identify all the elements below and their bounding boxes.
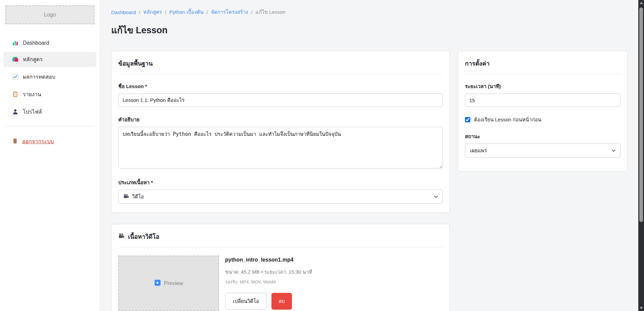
logout-label: ออกจากระบบ bbox=[22, 137, 54, 146]
window-scrollbar[interactable] bbox=[638, 0, 644, 311]
breadcrumb-separator: / bbox=[165, 9, 166, 15]
basic-info-card: ข้อมูลพื้นฐาน ชื่อ Lesson * คำอธิบาย บทเ… bbox=[111, 51, 450, 213]
breadcrumb-link-dashboard[interactable]: Dashboard bbox=[111, 9, 136, 15]
breadcrumb-link-course[interactable]: Python เบื้องต้น bbox=[169, 8, 204, 16]
sidebar-item-label: Dashboard bbox=[23, 40, 49, 46]
delete-video-button[interactable]: ลบ bbox=[271, 293, 292, 310]
video-camera-icon bbox=[118, 233, 125, 241]
sidebar-item-test-results[interactable]: ผลการทดสอบ bbox=[3, 69, 96, 84]
sidebar-item-label: ผลการทดสอบ bbox=[23, 73, 55, 81]
play-button-icon bbox=[154, 279, 161, 287]
chevron-down-icon bbox=[433, 194, 438, 199]
settings-card: การตั้งค่า ระยะเวลา (นาที) ต้องเรียน Les… bbox=[458, 51, 628, 171]
main-content: Dashboard / หลักสูตร / Python เบื้องต้น … bbox=[100, 0, 644, 311]
status-value: เผยแพร่ bbox=[470, 147, 487, 155]
logout-link[interactable]: ออกจากระบบ bbox=[3, 135, 96, 148]
video-card-title: เนื้อหาวิดีโอ bbox=[128, 232, 160, 241]
content-type-select[interactable]: วิดีโอ bbox=[118, 190, 443, 204]
prerequisite-checkbox[interactable] bbox=[465, 117, 470, 122]
video-content-card: เนื้อหาวิดีโอ Preview python_intro_lesso… bbox=[111, 224, 450, 311]
door-icon bbox=[12, 138, 18, 145]
prerequisite-label: ต้องเรียน Lesson ก่อนหน้าก่อน bbox=[474, 116, 541, 124]
video-supported-formats: รองรับ: MP4, MOV, WebM bbox=[225, 278, 312, 285]
breadcrumb-current: แก้ไข Lesson bbox=[256, 8, 286, 16]
breadcrumb-separator: / bbox=[139, 9, 140, 15]
clipboard-icon bbox=[12, 91, 18, 98]
breadcrumb-link-structure[interactable]: จัดการโครงสร้าง bbox=[211, 8, 248, 16]
breadcrumb-separator: / bbox=[207, 9, 208, 15]
bar-chart-icon bbox=[12, 40, 18, 46]
lesson-name-label: ชื่อ Lesson * bbox=[118, 82, 443, 90]
card-divider bbox=[118, 74, 443, 74]
scrollbar-up-arrow-icon[interactable] bbox=[640, 2, 643, 4]
books-icon bbox=[12, 56, 18, 63]
breadcrumb: Dashboard / หลักสูตร / Python เบื้องต้น … bbox=[111, 8, 628, 16]
settings-title: การตั้งค่า bbox=[465, 59, 620, 68]
status-label: สถานะ bbox=[465, 132, 620, 141]
preview-label: Preview bbox=[164, 280, 183, 286]
description-label: คำอธิบาย bbox=[118, 116, 443, 124]
video-file-meta: ขนาด: 45.2 MB • ระยะเวลา: 15:30 นาที bbox=[225, 268, 312, 276]
card-divider bbox=[465, 74, 620, 74]
sidebar-item-label: โปรไฟล์ bbox=[23, 108, 42, 116]
duration-label: ระยะเวลา (นาที) bbox=[465, 82, 620, 90]
chart-up-icon bbox=[12, 74, 18, 80]
sidebar-nav: Dashboard หลักสูตร ผลการทดสอบ รายงาน โปร… bbox=[0, 36, 100, 119]
sidebar-item-profile[interactable]: โปรไฟล์ bbox=[3, 104, 96, 119]
sidebar-item-courses[interactable]: หลักสูตร bbox=[3, 52, 96, 67]
scrollbar-thumb[interactable] bbox=[639, 7, 643, 222]
content-type-value: วิดีโอ bbox=[132, 193, 144, 201]
video-file-name: python_intro_lesson1.mp4 bbox=[225, 257, 312, 263]
chevron-down-icon bbox=[611, 148, 616, 153]
scrollbar-down-arrow-icon[interactable] bbox=[640, 307, 643, 309]
status-select[interactable]: เผยแพร่ bbox=[465, 144, 620, 158]
duration-input[interactable] bbox=[465, 93, 620, 107]
video-camera-icon bbox=[123, 193, 129, 200]
content-type-label: ประเภทเนื้อหา * bbox=[118, 179, 443, 187]
sidebar-item-reports[interactable]: รายงาน bbox=[3, 87, 96, 102]
basic-info-title: ข้อมูลพื้นฐาน bbox=[118, 59, 443, 68]
breadcrumb-separator: / bbox=[251, 9, 252, 15]
sidebar-item-label: รายงาน bbox=[23, 90, 41, 99]
sidebar-divider bbox=[6, 126, 94, 126]
breadcrumb-link-courses[interactable]: หลักสูตร bbox=[143, 8, 162, 16]
description-textarea[interactable]: บทเรียนนี้จะอธิบายว่า Python คืออะไร ประ… bbox=[118, 127, 443, 168]
page-title: แก้ไข Lesson bbox=[111, 23, 628, 37]
card-divider bbox=[118, 247, 443, 247]
change-video-button[interactable]: เปลี่ยนวิดีโอ bbox=[225, 293, 267, 310]
logo-text: Logo bbox=[44, 12, 56, 18]
sidebar: Logo Dashboard หลักสูตร ผลการทดสอบ รายงา… bbox=[0, 0, 100, 311]
person-icon bbox=[12, 109, 18, 115]
sidebar-item-dashboard[interactable]: Dashboard bbox=[3, 36, 96, 49]
lesson-name-input[interactable] bbox=[118, 93, 443, 107]
video-preview[interactable]: Preview bbox=[118, 256, 219, 311]
sidebar-item-label: หลักสูตร bbox=[23, 55, 43, 64]
logo-placeholder: Logo bbox=[5, 5, 94, 24]
